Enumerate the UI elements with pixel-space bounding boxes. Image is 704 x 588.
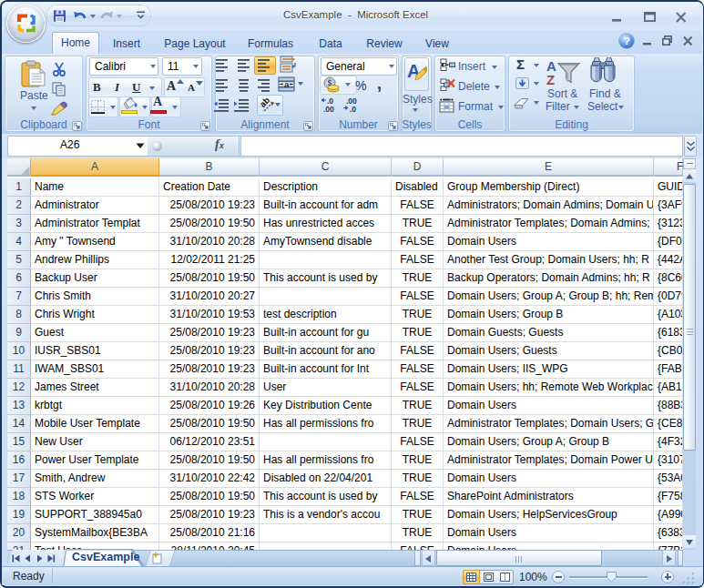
- svg-text:.0: .0: [350, 105, 356, 113]
- svg-text:ab: ab: [260, 96, 271, 109]
- svg-text:a: a: [284, 79, 290, 89]
- svg-text:.00: .00: [323, 105, 334, 113]
- svg-text:Z: Z: [546, 72, 555, 85]
